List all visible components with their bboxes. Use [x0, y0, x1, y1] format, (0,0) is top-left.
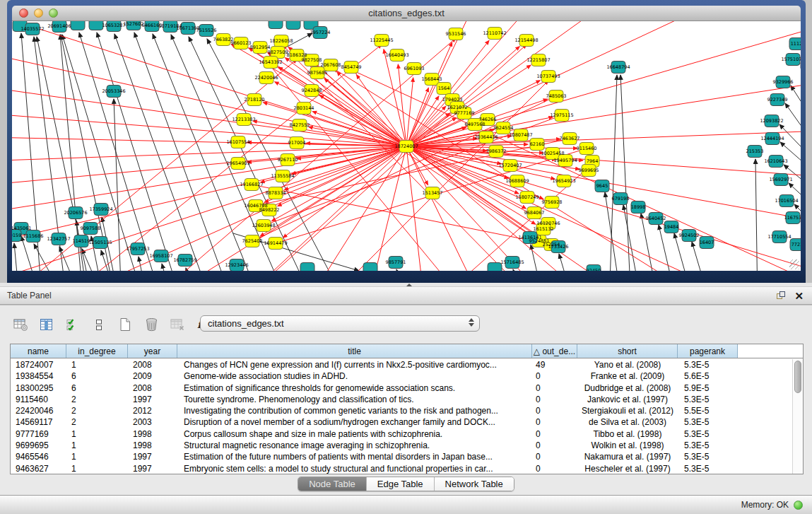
table-cell: Changes of HCN gene expression and I(f) …	[177, 359, 532, 370]
graph-node-label: 39159	[12, 233, 21, 238]
graph-node-label: 12215807	[526, 57, 550, 63]
graph-node-label: 8498222	[259, 207, 280, 213]
table-cell: 2009	[128, 370, 177, 382]
close-window-button[interactable]	[19, 8, 28, 18]
graph-node-label: 679198	[612, 196, 630, 201]
table-cell: Yano et al. (2008)	[577, 359, 678, 370]
tab-edge-table[interactable]: Edge Table	[366, 477, 434, 491]
show-columns-icon[interactable]	[37, 315, 56, 334]
column-header-out-degree[interactable]: △ out_de...	[532, 344, 577, 358]
graph-node[interactable]	[363, 263, 377, 271]
graph-node-label: 18724007	[394, 144, 418, 149]
table-row[interactable]: 969969511998Structural magnetic resonanc…	[11, 440, 792, 451]
graph-node-label: 9756928	[542, 199, 563, 205]
zoom-window-button[interactable]	[49, 8, 58, 18]
graph-edge	[14, 243, 20, 271]
graph-node[interactable]	[89, 21, 103, 30]
graph-node-label: 16120746	[536, 221, 560, 226]
graph-node[interactable]	[71, 21, 85, 30]
table-cell: 6	[66, 370, 128, 382]
graph-node-label: 215353	[746, 148, 764, 154]
graph-node-label: 9777169	[454, 110, 475, 116]
column-header-title[interactable]: title	[177, 344, 532, 358]
scrollbar-thumb[interactable]	[794, 361, 801, 393]
column-header-in-degree[interactable]: in_degree	[66, 344, 128, 358]
table-cell: 1	[66, 428, 128, 440]
graph-node[interactable]	[300, 263, 314, 271]
graph-node[interactable]	[488, 263, 502, 271]
graph-node-label: 9242848	[302, 88, 322, 93]
graph-node-label: 12110742	[483, 30, 506, 36]
graph-node-label: 16107554	[226, 139, 249, 145]
table-cell: 1997	[128, 463, 177, 474]
network-canvas[interactable]: 1403557220691406106532871527602646616010…	[12, 21, 801, 271]
splitter-collapse-handle[interactable]	[406, 284, 412, 286]
graph-edge	[134, 33, 233, 271]
graph-edge	[620, 75, 631, 271]
table-row[interactable]: 1938455462009Genome-wide association stu…	[11, 370, 792, 382]
table-cell: 2	[66, 416, 128, 428]
window-resize-grip[interactable]	[789, 259, 799, 269]
graph-node-label: 16914479	[264, 240, 287, 246]
column-header-short[interactable]: short	[577, 344, 678, 358]
tab-network-table[interactable]: Network Table	[434, 477, 514, 491]
table-cell: Wolkin et al. (1998)	[577, 440, 678, 451]
graph-edge	[531, 245, 544, 271]
table-cell: 18724007	[11, 359, 66, 370]
table-cell: Disruption of a novel member of a sodium…	[177, 416, 532, 428]
table-row[interactable]: 946554611997Estimation of the future num…	[11, 451, 792, 462]
delete-table-icon[interactable]	[168, 315, 187, 334]
table-cell: 9463627	[11, 463, 66, 474]
table-cell: 14569117	[11, 416, 66, 428]
table-cell: 0	[532, 440, 577, 451]
float-panel-icon[interactable]	[777, 291, 786, 300]
graph-node[interactable]	[286, 21, 300, 30]
toggle-rows-icon[interactable]	[90, 315, 108, 334]
graph-node-label: 7485063	[546, 93, 567, 99]
table-row[interactable]: 946362711997Embryonic stem cells: a mode…	[11, 463, 792, 474]
minimize-window-button[interactable]	[34, 8, 43, 18]
table-row[interactable]: 2242004622012Investigating the contribut…	[11, 405, 792, 416]
table-cell: 0	[532, 382, 577, 394]
close-panel-icon[interactable]: ✕	[794, 291, 804, 301]
graph-node-label: 114519	[73, 238, 90, 244]
graph-edge	[114, 99, 122, 271]
table-cell: Hescheler et al. (1997)	[577, 463, 678, 474]
graph-edge	[61, 35, 117, 271]
new-column-icon[interactable]	[116, 315, 134, 334]
graph-node-label: 12603948	[252, 223, 275, 228]
table-cell: Corpus callosum shape and size in male p…	[177, 428, 532, 440]
table-row[interactable]: 1456911722003Disruption of a novel membe…	[11, 416, 792, 428]
memory-ok-icon[interactable]	[794, 501, 803, 510]
table-row[interactable]: 1830029562008Estimation of significance …	[11, 382, 792, 394]
table-selector-dropdown[interactable]: citations_edges.txt	[200, 315, 480, 332]
graph-node-label: 917004	[288, 140, 306, 146]
graph-edge	[785, 103, 801, 152]
column-header-pagerank[interactable]: pagerank	[678, 344, 738, 358]
graph-node-label: 12154498	[514, 37, 538, 43]
tab-node-table[interactable]: Node Table	[298, 477, 366, 491]
row-selection-icon[interactable]	[64, 315, 82, 334]
table-row[interactable]: 911546021997Tourette syndrome. Phenomeno…	[11, 394, 792, 405]
table-cell: Tourette syndrome. Phenomenology and cla…	[177, 394, 532, 405]
column-header-year[interactable]: year	[128, 344, 177, 358]
table-vertical-scrollbar[interactable]	[792, 359, 803, 474]
column-header-name[interactable]: name	[11, 344, 66, 358]
table-tabs-row: Node Table Edge Table Network Table	[0, 477, 812, 491]
table-cell: 9777169	[11, 428, 66, 440]
table-cell: 0	[532, 451, 577, 462]
network-window-titlebar[interactable]: citations_edges.txt	[12, 6, 801, 21]
table-cell: 0	[532, 394, 577, 405]
table-row[interactable]: 1872400712008Changes of HCN gene express…	[11, 359, 792, 370]
graph-node-label: 2803144	[294, 105, 314, 111]
delete-column-icon[interactable]	[142, 315, 160, 334]
table-mode-icon[interactable]	[11, 315, 30, 334]
table-cell: 19384554	[11, 370, 66, 382]
graph-node[interactable]	[269, 21, 283, 29]
graph-node-label: 1513457	[423, 190, 443, 196]
graph-node-label: 17710554	[767, 234, 791, 240]
citation-network-graph: 1403557220691406106532871527602646616010…	[12, 21, 801, 271]
table-cell: Dudbridge et al. (2008)	[577, 382, 678, 394]
table-cell: Stergiakouli et al. (2012)	[577, 405, 678, 416]
table-row[interactable]: 977716911998Corpus callosum shape and si…	[11, 428, 792, 440]
